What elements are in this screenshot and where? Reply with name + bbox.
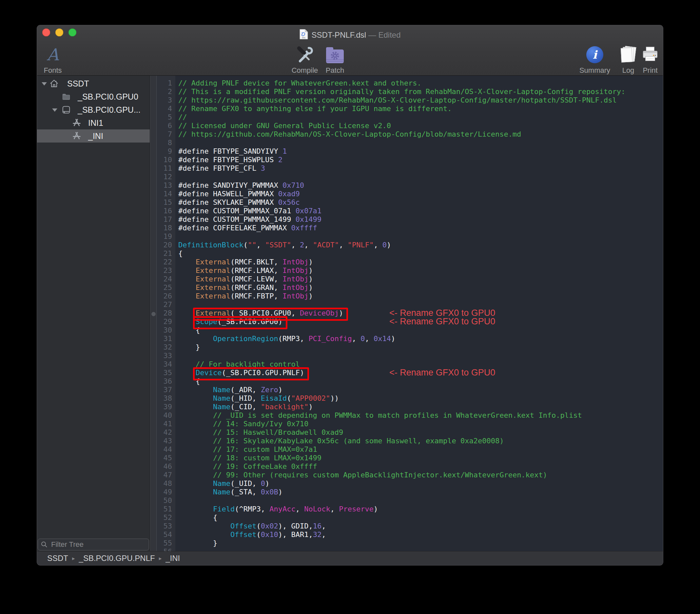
code-line: 46 // 19: CoffeeLake 0xffff — [157, 462, 663, 471]
zoom-button[interactable] — [68, 28, 76, 36]
code-text: // Licensed under GNU General Public Lic… — [178, 122, 391, 130]
code-text: Name(_ADR, Zero) — [178, 386, 283, 394]
summary-button[interactable]: i Summary — [578, 43, 612, 75]
line-number: 33 — [157, 352, 172, 360]
line-number: 28 — [157, 309, 172, 317]
code-line: 53 Offset(0x02), GDID,16, — [157, 522, 663, 530]
line-number: 54 — [157, 530, 172, 539]
code-text: // 14: Sandy/Ivy 0x710 — [178, 420, 308, 428]
code-line: 52 { — [157, 513, 663, 522]
print-icon — [641, 45, 660, 64]
line-number: 41 — [157, 420, 172, 428]
home-icon — [49, 79, 59, 88]
editor-pane: 1// Adding PNLF device for WhateverGreen… — [150, 76, 663, 551]
close-button[interactable] — [42, 28, 50, 36]
breadcrumb: SSDT▸_SB.PCI0.GPU.PNLF▸_INI — [37, 551, 663, 565]
compile-button[interactable]: Compile — [290, 43, 320, 75]
disclosure-triangle-icon[interactable] — [42, 82, 47, 86]
maciasl-window: DSL SSDT-PNLF.dsl — Edited A Fonts — [37, 25, 663, 565]
line-number: 18 — [157, 224, 172, 232]
line-number: 20 — [157, 241, 172, 249]
code-text: Field(^RMP3, AnyAcc, NoLock, Preserve) — [178, 505, 378, 513]
code-line: 28 External(_SB.PCI0.GPU0, DeviceObj) — [157, 309, 663, 317]
code-line: 1// Adding PNLF device for WhateverGreen… — [157, 79, 663, 87]
code-text: // https://github.com/RehabMan/OS-X-Clov… — [178, 130, 521, 139]
patch-button[interactable]: Patch — [320, 43, 350, 75]
line-number: 24 — [157, 275, 172, 284]
breadcrumb-separator-icon: ▸ — [72, 555, 75, 562]
line-number: 42 — [157, 428, 172, 437]
code-text: Name(_STA, 0x0B) — [178, 488, 283, 497]
folder-icon — [61, 92, 71, 102]
line-number: 49 — [157, 488, 172, 497]
code-text: #define SKYLAKE_PWMMAX 0x56c — [178, 198, 300, 207]
breadcrumb-separator-icon: ▸ — [159, 555, 162, 562]
method-icon — [72, 118, 82, 128]
line-number: 45 — [157, 454, 172, 462]
code-text: // This is a modified PNLF version origi… — [178, 87, 625, 96]
code-text: Scope(_SB.PCI0.GPU0) — [178, 317, 283, 326]
code-text: OperationRegion(RMP3, PCI_Config, 0, 0x1… — [178, 335, 395, 343]
patch-label: Patch — [320, 66, 350, 75]
code-text: // 16: Skylake/KabyLake 0x56c (and some … — [178, 437, 504, 445]
method-icon — [72, 131, 82, 141]
line-number: 48 — [157, 479, 172, 488]
code-line: 41 // 14: Sandy/Ivy 0x710 — [157, 420, 663, 428]
code-line: 26 External(RMCF.FBTP, IntObj) — [157, 292, 663, 300]
code-line: 24 External(RMCF.LEVW, IntObj) — [157, 275, 663, 284]
svg-text:DSL: DSL — [302, 37, 306, 39]
breadcrumb-item[interactable]: _INI — [165, 554, 180, 563]
code-text: } — [178, 343, 200, 352]
code-line: 47 // 99: Other (requires custom AppleBa… — [157, 471, 663, 479]
line-number: 17 — [157, 215, 172, 224]
status-bar: SSDT▸_SB.PCI0.GPU.PNLF▸_INI — [37, 551, 663, 565]
sidebar-item--ini[interactable]: _INI — [37, 129, 150, 142]
line-number: 14 — [157, 190, 172, 198]
breadcrumb-item[interactable]: _SB.PCI0.GPU.PNLF — [79, 554, 155, 563]
breadcrumb-item[interactable]: SSDT — [47, 554, 68, 563]
sidebar-item--sb-pci0-gpu-[interactable]: _SB.PCI0.GPU... — [37, 103, 150, 116]
code-editor[interactable]: 1// Adding PNLF device for WhateverGreen… — [157, 76, 663, 551]
line-number: 36 — [157, 377, 172, 386]
sidebar-item-label: INI1 — [88, 116, 103, 129]
code-line: 3// https://raw.githubusercontent.com/Re… — [157, 96, 663, 104]
line-number: 35 — [157, 368, 172, 377]
sidebar-item--sb-pci0-gpu0[interactable]: _SB.PCI0.GPU0 — [37, 90, 150, 103]
code-line: 10#define FBTYPE_HSWPLUS 2 — [157, 155, 663, 164]
line-number: 7 — [157, 130, 172, 139]
line-number: 37 — [157, 386, 172, 394]
line-number: 10 — [157, 155, 172, 164]
code-line: 49 Name(_STA, 0x0B) — [157, 488, 663, 497]
code-text: #define CUSTOM_PWMMAX_07a1 0x07a1 — [178, 207, 322, 215]
code-line: 34 // For backlight control — [157, 360, 663, 368]
code-line: 16#define CUSTOM_PWMMAX_07a1 0x07a1 — [157, 207, 663, 215]
summary-label: Summary — [578, 66, 612, 75]
filter-tree-input[interactable] — [38, 539, 149, 550]
ssdt-tree: SSDT_SB.PCI0.GPU0_SB.PCI0.GPU...INI1_INI — [37, 77, 150, 142]
code-line: 51 Field(^RMP3, AnyAcc, NoLock, Preserve… — [157, 505, 663, 513]
compile-label: Compile — [290, 66, 320, 75]
code-text: // 99: Other (requires custom AppleBackl… — [178, 471, 547, 479]
code-text: { — [178, 326, 200, 335]
code-line: 32 } — [157, 343, 663, 352]
code-text: External(_SB.PCI0.GPU0, DeviceObj) — [178, 309, 343, 317]
code-text: #define HASWELL_PWMMAX 0xad9 — [178, 190, 300, 198]
sidebar-item-label: SSDT — [67, 77, 89, 90]
minimize-button[interactable] — [55, 28, 63, 36]
line-number: 46 — [157, 462, 172, 471]
line-marker-dot — [151, 312, 156, 316]
line-number: 38 — [157, 394, 172, 403]
sidebar-item-ssdt[interactable]: SSDT — [37, 77, 150, 90]
traffic-lights — [42, 28, 76, 36]
code-line: 9#define FBTYPE_SANDYIVY 1 — [157, 147, 663, 155]
window-title: DSL SSDT-PNLF.dsl — Edited — [299, 29, 400, 41]
code-line: 44 // 17: custom LMAX=0x7a1 — [157, 445, 663, 454]
print-button[interactable]: Print — [637, 43, 663, 75]
disclosure-triangle-icon[interactable] — [52, 109, 57, 112]
sidebar-item-ini1[interactable]: INI1 — [37, 116, 150, 129]
fonts-button[interactable]: A Fonts — [39, 43, 66, 75]
line-number: 31 — [157, 335, 172, 343]
code-line: 45 // 18: custom LMAX=0x1499 — [157, 454, 663, 462]
line-number: 47 — [157, 471, 172, 479]
code-line: 13#define SANDYIVY_PWMMAX 0x710 — [157, 181, 663, 190]
